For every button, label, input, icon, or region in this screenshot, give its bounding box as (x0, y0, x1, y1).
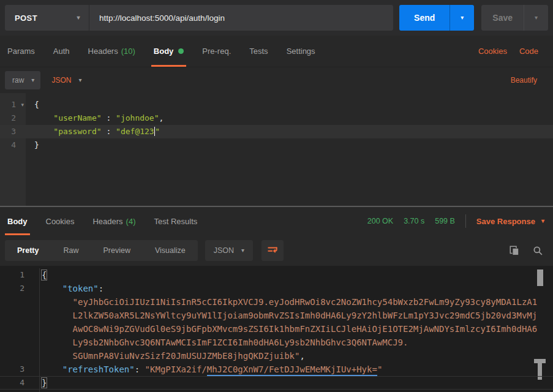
tab-raw[interactable]: Raw (51, 246, 91, 255)
tab-response-body[interactable]: Body (5, 207, 30, 235)
line-number: 2 (0, 111, 26, 125)
code-link[interactable]: Code (519, 47, 538, 56)
response-language-label: JSON (214, 246, 234, 255)
request-tab-links: Cookies Code (478, 36, 538, 67)
save-label: Save (492, 13, 513, 23)
response-language-dropdown[interactable]: JSON ▾ (205, 240, 253, 261)
tab-test-results[interactable]: Test Results (152, 207, 200, 235)
code-line: L2lkZW50aXR5L2NsYWltcy9uYW1lIjoiam9obmRv… (0, 309, 553, 322)
line-number: 1▾ (0, 98, 26, 111)
code-token: : (102, 113, 116, 123)
code-token: : (102, 127, 116, 136)
line-number: 4 (0, 376, 33, 390)
tab-test-results-label: Test Results (154, 217, 198, 226)
url-input[interactable]: http://localhost:5000/api/auth/login (89, 5, 393, 31)
body-dot-icon (178, 48, 184, 54)
tab-tests[interactable]: Tests (247, 36, 270, 67)
copy-button[interactable] (509, 245, 520, 256)
tab-headers[interactable]: Headers (10) (86, 36, 138, 67)
code-token: " (377, 364, 382, 374)
code-token (42, 284, 62, 293)
code-token: , (299, 351, 304, 361)
line-number (0, 322, 33, 336)
code-token: "KMgPIXa2if/ (145, 364, 207, 374)
chevron-down-icon: ▾ (77, 15, 80, 21)
line-number (0, 295, 33, 309)
send-label: Send (414, 13, 435, 23)
code-token: SGUmnPA8ViuNvzSizf20JmUSUJZMbE8jhgQKDZju… (73, 351, 300, 361)
code-token (34, 127, 53, 136)
code-token (42, 337, 73, 347)
body-language-dropdown[interactable]: JSON ▾ (51, 76, 81, 85)
code-line: 4} (0, 376, 553, 390)
url-text: http://localhost:5000/api/auth/login (99, 13, 225, 23)
code-token: "def@123 (116, 127, 154, 136)
chevron-down-icon: ▾ (241, 247, 244, 254)
code-token: L2lkZW50aXR5L2NsYWltcy9uYW1lIjoiam9obmRv… (73, 311, 538, 320)
tab-response-headers-label: Headers (92, 217, 122, 226)
response-meta: 200 OK 3.70 s 599 B Save Response ▾ (367, 207, 544, 235)
tab-auth[interactable]: Auth (51, 36, 72, 67)
body-format-dropdown[interactable]: raw ▾ (5, 71, 40, 89)
code-line: AwOC8wNi9pZGVudGl0eS9jbGFpbXMvcm9sZSI6Ik… (0, 322, 553, 336)
chevron-down-icon: ▾ (461, 15, 464, 21)
code-line: 1{ (0, 268, 553, 282)
save-options-button[interactable]: ▾ (524, 5, 548, 31)
code-token: "userName" (53, 113, 101, 123)
send-split-button: Send ▾ (399, 5, 474, 31)
save-response-label: Save Response (476, 217, 535, 226)
send-options-button[interactable]: ▾ (450, 5, 474, 31)
tab-params[interactable]: Params (5, 36, 37, 67)
cookies-link[interactable]: Cookies (478, 47, 507, 56)
code-token: " (155, 127, 160, 136)
status-badge: 200 OK (367, 217, 393, 225)
code-line: Ly9sb2NhbGhvc3Q6NTAwMCIsImF1ZCI6Imh0dHA6… (0, 336, 553, 349)
response-body-editor[interactable]: 1{2 "token": "eyJhbGciOiJIUzI1NiIsInR5cC… (0, 266, 553, 392)
code-token (42, 351, 73, 361)
code-token: "eyJhbGciOiJIUzI1NiIsInR5cCI6IkpXVCJ9.ey… (73, 297, 538, 307)
beautify-button[interactable]: Beautify (511, 76, 537, 85)
code-token: } (34, 140, 39, 149)
code-token (42, 297, 73, 307)
vertical-separator (465, 214, 466, 228)
chevron-down-icon: ▾ (541, 218, 544, 224)
tab-response-headers[interactable]: Headers (4) (90, 207, 138, 235)
code-token (42, 324, 73, 334)
line-number: 4 (0, 138, 26, 152)
save-response-button[interactable]: Save Response ▾ (476, 217, 544, 226)
postman-window: POST ▾ http://localhost:5000/api/auth/lo… (0, 0, 553, 392)
tab-prereq[interactable]: Pre-req. (200, 36, 233, 67)
request-tabs: Params Auth Headers (10) Body Pre-req. T… (0, 36, 553, 67)
code-token (42, 311, 73, 320)
code-token: } (42, 378, 47, 388)
code-line: 3 "refreshToken": "KMgPIXa2if/MhJ2C0gXnW… (0, 363, 553, 376)
code-token: , (159, 113, 164, 123)
search-button[interactable] (532, 245, 543, 256)
response-view-toolbar: Pretty Raw Preview Visualize JSON ▾ (0, 235, 553, 266)
send-button[interactable]: Send (399, 5, 450, 31)
tab-prereq-label: Pre-req. (202, 47, 231, 56)
chevron-down-icon: ▾ (78, 77, 81, 83)
request-body-editor[interactable]: 1▾{2 "userName" : "johndoe",3 "password"… (0, 93, 553, 206)
tab-body[interactable]: Body (151, 36, 187, 67)
save-split-button: Save ▾ (481, 5, 548, 31)
code-token: { (42, 270, 47, 280)
tab-visualize[interactable]: Visualize (143, 246, 198, 255)
search-icon (532, 245, 543, 256)
url-group: POST ▾ http://localhost:5000/api/auth/lo… (5, 5, 393, 31)
code-token: : (99, 284, 103, 293)
wrap-lines-button[interactable] (261, 240, 284, 261)
tab-pretty[interactable]: Pretty (5, 246, 51, 255)
save-button[interactable]: Save (481, 5, 524, 31)
tab-response-cookies-label: Cookies (46, 217, 75, 226)
request-url-bar: POST ▾ http://localhost:5000/api/auth/lo… (0, 0, 553, 36)
tab-auth-label: Auth (53, 47, 70, 56)
tab-settings[interactable]: Settings (284, 36, 318, 67)
method-dropdown[interactable]: POST ▾ (5, 5, 89, 31)
response-view-switch: Pretty Raw Preview Visualize (5, 240, 198, 261)
tab-response-cookies[interactable]: Cookies (43, 207, 77, 235)
fold-arrow-icon[interactable]: ▾ (21, 98, 24, 111)
tab-preview[interactable]: Preview (91, 246, 142, 255)
copy-icon (509, 245, 520, 256)
chevron-down-icon: ▾ (31, 77, 34, 83)
